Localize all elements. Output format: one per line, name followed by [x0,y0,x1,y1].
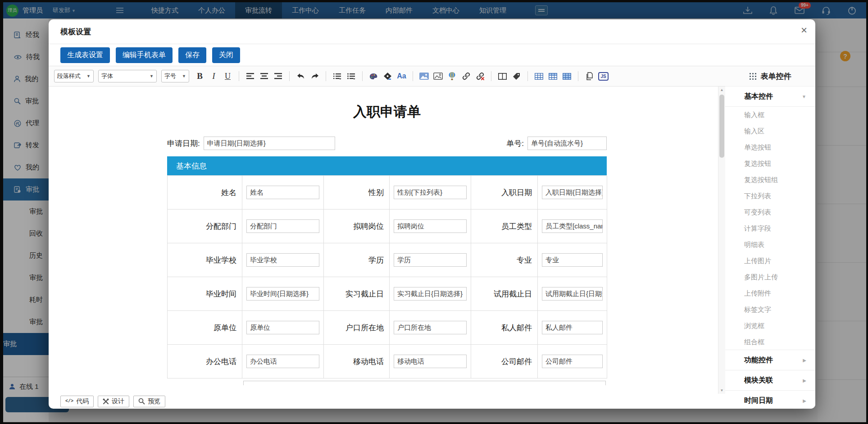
undo-icon[interactable] [295,70,307,82]
unordered-list-icon[interactable] [345,70,357,82]
clipped-next-row [243,381,606,385]
form-editor-canvas[interactable]: 入职申请单 申请日期: 申请日期{日期选择} 单号: 单号{自动流水号} 基 [49,87,725,394]
balloon-icon[interactable] [446,70,458,82]
field-input-cell: 毕业学校 [242,243,324,277]
section-banner: 基本信息 [167,156,607,175]
panel-item[interactable]: 上传附件 [725,285,815,301]
scroll-up-icon[interactable]: ▲ [718,88,725,92]
tab-design[interactable]: 设计 [98,396,129,407]
field-input[interactable]: 性别{下拉列表} [394,186,467,199]
tag-icon[interactable] [510,70,523,82]
panel-item[interactable]: 输入区 [725,123,815,139]
panel-section-header[interactable]: 基本控件▼ [725,87,815,107]
table-grid-icon[interactable] [561,70,573,82]
field-input[interactable]: 户口所在地 [394,321,467,334]
field-label: 入职日期 [471,176,538,210]
dialog-action-bar: 生成表设置编辑手机表单保存关闭 [49,44,725,66]
panel-item[interactable]: 输入框 [725,107,815,123]
italic-icon[interactable]: I [208,70,220,82]
field-input[interactable]: 员工类型[class_name] [542,219,603,233]
panel-section-header[interactable]: 时间日期▶ [725,390,815,409]
field-input-cell: 姓名 [242,176,324,210]
unlink-icon[interactable] [474,70,486,82]
panel-item[interactable]: 浏览框 [725,318,815,334]
panel-item[interactable]: 标签文字 [725,301,815,318]
serial-input[interactable]: 单号{自动流水号} [527,137,607,150]
panel-item[interactable]: 多图片上传 [725,269,815,285]
action-button[interactable]: 生成表设置 [60,47,110,63]
toolbar-separator [527,71,528,81]
field-input[interactable]: 毕业学校 [246,253,319,267]
scroll-down-icon[interactable]: ▼ [718,388,725,392]
underline-icon[interactable]: U [222,70,234,82]
copy-icon[interactable] [583,70,595,82]
field-input[interactable]: 姓名 [246,186,319,199]
field-input[interactable]: 办公电话 [246,355,319,368]
grid-icon [750,73,756,80]
image-outline-icon[interactable] [432,70,444,82]
panel-section-header[interactable]: 功能控件▶ [725,350,815,370]
panel-item[interactable]: 下拉列表 [725,188,815,204]
font-case-icon[interactable]: Aa [395,70,408,82]
align-center-icon[interactable] [258,70,270,82]
panel-item[interactable]: 明细表 [725,237,815,253]
align-right-icon[interactable] [272,70,284,82]
field-input[interactable]: 私人邮件 [542,321,603,334]
scrollbar-thumb[interactable] [719,95,724,158]
ordered-list-icon[interactable] [331,70,343,82]
preview-icon [138,398,145,405]
field-input-cell: 性别{下拉列表} [390,176,471,210]
field-input[interactable]: 学历 [394,253,467,267]
font-color-icon[interactable] [368,70,380,82]
toolbar-dropdown[interactable]: 字体▼ [98,70,157,82]
field-input[interactable]: 专业 [542,253,603,267]
image-icon[interactable] [418,70,430,82]
tab-preview[interactable]: 预览 [133,396,165,407]
editor-scrollbar[interactable]: ▲ ▼ [718,87,725,394]
align-left-icon[interactable] [244,70,256,82]
field-input[interactable]: 入职日期{日期选择} [542,186,603,199]
bold-icon[interactable]: B [194,70,206,82]
panel-item[interactable]: 组合框 [725,334,815,350]
tab-code[interactable]: </>代码 [60,396,94,407]
close-icon[interactable]: × [801,25,807,36]
field-label: 毕业学校 [168,243,242,277]
redo-icon[interactable] [309,70,321,82]
field-input[interactable]: 毕业时间{日期选择} [246,287,319,301]
field-input-cell: 毕业时间{日期选择} [242,277,324,311]
field-input[interactable]: 分配部门 [246,219,319,233]
js-code-icon[interactable]: JS [597,70,609,82]
action-button[interactable]: 关闭 [212,47,240,63]
panel-item[interactable]: 复选按钮组 [725,172,815,188]
toolbar-dropdown[interactable]: 段落样式▼ [54,70,94,82]
apply-date-input[interactable]: 申请日期{日期选择} [204,137,335,150]
action-button[interactable]: 保存 [178,47,206,63]
field-input-cell: 员工类型[class_name] [538,210,607,243]
panel-control-list: 基本控件▼输入框输入区单选按钮复选按钮复选按钮组下拉列表可变列表计算字段明细表上… [725,87,815,409]
panel-item[interactable]: 计算字段 [725,220,815,237]
link-icon[interactable] [460,70,472,82]
field-input[interactable]: 公司邮件 [542,355,603,368]
field-input[interactable]: 移动电话 [394,355,467,368]
field-label: 户口所在地 [324,311,390,345]
field-input[interactable]: 实习截止日{日期选择} [394,287,467,301]
columns-icon[interactable] [496,70,509,82]
field-label: 性别 [324,176,390,210]
panel-item[interactable]: 单选按钮 [725,139,815,155]
field-input[interactable]: 原单位 [246,321,319,334]
panel-item[interactable]: 上传图片 [725,253,815,269]
field-input[interactable]: 试用期截止日{日期选择} [542,287,603,301]
panel-section-header[interactable]: 模块关联▶ [725,370,815,391]
field-label: 私人邮件 [471,311,538,345]
bg-color-icon[interactable] [382,70,394,82]
table-header-icon[interactable] [547,70,559,82]
field-input[interactable]: 拟聘岗位 [394,219,467,233]
action-button[interactable]: 编辑手机表单 [116,47,173,63]
panel-item[interactable]: 可变列表 [725,204,815,220]
field-input-cell: 私人邮件 [538,311,607,345]
table-icon[interactable] [533,70,545,82]
panel-item[interactable]: 复选按钮 [725,155,815,172]
field-label: 学历 [324,243,390,277]
field-label: 分配部门 [168,210,242,243]
toolbar-dropdown[interactable]: 字号▼ [161,70,189,82]
